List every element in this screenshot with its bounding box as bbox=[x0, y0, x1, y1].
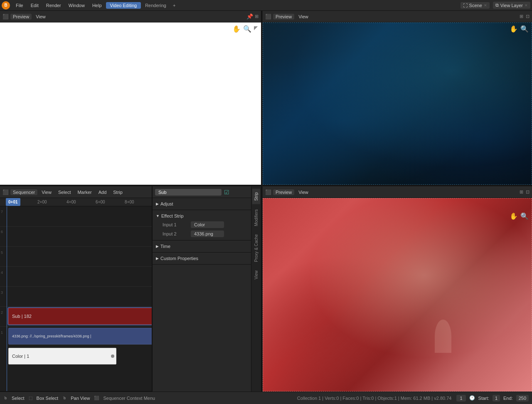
time-marker-3: 6+00 bbox=[96, 200, 105, 204]
tl-grid-icon: ⊞ bbox=[255, 14, 259, 19]
blender-logo: B bbox=[2, 1, 10, 10]
menu-render[interactable]: Render bbox=[43, 2, 64, 9]
zoom-icon[interactable]: 🔍 bbox=[243, 25, 251, 33]
workspace-video-editing[interactable]: Video Editing bbox=[106, 2, 141, 9]
side-tab-proxy[interactable]: Proxy & Cache bbox=[252, 231, 260, 265]
tr-zoom-icon[interactable]: 🔍 bbox=[520, 25, 529, 33]
end-value[interactable]: 250 bbox=[516, 395, 529, 402]
pbr-pan-icon[interactable]: ✋ bbox=[510, 212, 518, 220]
workspace-rendering[interactable]: Rendering bbox=[142, 2, 170, 9]
time-triangle: ▶ bbox=[156, 244, 159, 248]
input2-label: Input 2 bbox=[163, 231, 187, 236]
seq-view-menu[interactable]: View bbox=[39, 189, 54, 196]
context-icon: ⬛ bbox=[94, 396, 99, 400]
pbr-icon2: ⊡ bbox=[526, 189, 530, 195]
status-bar: 🖱 Select ⬚ Box Select 🖱 Pan View ⬛ Seque… bbox=[0, 392, 532, 404]
strip-img-label: 4336.png: //../spring_presskit/frames/43… bbox=[12, 334, 91, 338]
input2-row: Input 2 4336.png bbox=[153, 229, 261, 238]
pbr-preview-dropdown[interactable]: Preview bbox=[273, 189, 294, 195]
pbr-view-menu[interactable]: View bbox=[296, 189, 311, 196]
time-section-header[interactable]: ▶ Time 🔗 bbox=[153, 242, 261, 250]
end-label: End: bbox=[503, 396, 513, 401]
main-layout: ⬛ Preview View 📌 ⊞ ✋ 🔍 ◤ ⬛ Preview View … bbox=[0, 11, 532, 404]
view-layer-close-icon[interactable]: ✕ bbox=[525, 3, 528, 7]
scene-selector[interactable]: ⛶ Scene ✕ bbox=[461, 2, 490, 9]
seq-marker-menu[interactable]: Marker bbox=[75, 189, 94, 196]
collection-info: Collection 1 | Verts:0 | Faces:0 | Tris:… bbox=[297, 396, 452, 401]
preview-br-content: ✋ 🔍 bbox=[263, 198, 532, 392]
pbr-zoom-icon[interactable]: 🔍 bbox=[520, 212, 529, 220]
add-workspace-button[interactable]: + bbox=[170, 2, 178, 9]
tl-icons-right: 📌 ⊞ bbox=[246, 13, 259, 20]
reddish-scene bbox=[263, 198, 532, 392]
adjust-section-header[interactable]: ▶ Adjust bbox=[153, 200, 261, 208]
start-label: Start: bbox=[478, 396, 489, 401]
select-label[interactable]: Select bbox=[9, 395, 27, 402]
seq-select-menu[interactable]: Select bbox=[56, 189, 74, 196]
top-right-header: ⬛ Preview View ⊞ ⊡ bbox=[263, 11, 532, 22]
strip-color-dot bbox=[111, 354, 114, 358]
pan-view-label[interactable]: Pan View bbox=[68, 395, 92, 402]
view-layer-selector[interactable]: ⧉ View Layer ✕ bbox=[493, 2, 530, 9]
box-select-label[interactable]: Box Select bbox=[34, 395, 61, 402]
side-tab-strip[interactable]: Strip bbox=[252, 189, 260, 204]
custom-props-label: Custom Properties bbox=[160, 256, 198, 261]
row-5: 5 bbox=[1, 250, 3, 255]
input1-label: Input 1 bbox=[163, 222, 187, 227]
time-marker-2: 4+00 bbox=[66, 200, 76, 204]
top-right-info: ⛶ Scene ✕ ⧉ View Layer ✕ bbox=[461, 2, 530, 9]
playhead bbox=[7, 206, 7, 391]
strip-color[interactable]: Color | 1 bbox=[8, 348, 116, 364]
tl-preview-dropdown[interactable]: Preview bbox=[10, 14, 32, 20]
expand-icon[interactable]: ◤ bbox=[254, 25, 258, 33]
custom-props-triangle: ▶ bbox=[156, 256, 159, 260]
strip-name-input[interactable] bbox=[155, 189, 222, 196]
tr-icon-1: ⊞ bbox=[520, 14, 523, 19]
frame-display[interactable]: 1 bbox=[456, 395, 466, 402]
strip-sub-label: Sub | 182 bbox=[12, 314, 32, 319]
menu-help[interactable]: Help bbox=[89, 2, 105, 9]
seq-name-dropdown[interactable]: Sequencer bbox=[10, 189, 37, 195]
tr-pan-icon[interactable]: ✋ bbox=[510, 25, 518, 33]
tr-view-menu[interactable]: View bbox=[296, 13, 311, 20]
row-4: 4 bbox=[1, 270, 3, 275]
time-section: ▶ Time 🔗 bbox=[153, 240, 261, 253]
input2-value[interactable]: 4336.png bbox=[191, 231, 224, 237]
tr-preview-dropdown[interactable]: Preview bbox=[273, 14, 294, 20]
time-cursor[interactable]: 0+01 bbox=[6, 198, 20, 206]
tl-view-menu[interactable]: View bbox=[33, 13, 48, 20]
effect-strip-section: ▼ Effect Strip Input 1 Color Input 2 433… bbox=[153, 210, 261, 240]
top-left-header: ⬛ Preview View 📌 ⊞ bbox=[0, 11, 261, 22]
context-menu-label[interactable]: Sequencer Context Menu bbox=[101, 395, 158, 402]
top-left-panel-icons: ✋ 🔍 ◤ bbox=[232, 25, 258, 33]
top-left-content bbox=[0, 22, 261, 185]
row-1: 1 bbox=[1, 330, 3, 335]
side-tab-view[interactable]: View bbox=[252, 267, 260, 283]
start-value[interactable]: 1 bbox=[493, 395, 500, 402]
custom-props-header[interactable]: ▶ Custom Properties bbox=[153, 254, 261, 263]
input1-value[interactable]: Color bbox=[191, 221, 224, 228]
pan-icon[interactable]: ✋ bbox=[232, 25, 241, 33]
menu-edit[interactable]: Edit bbox=[27, 2, 42, 9]
props-header: ☑ bbox=[153, 186, 261, 198]
clock-icon: 🕐 bbox=[469, 395, 475, 401]
effect-strip-header[interactable]: ▼ Effect Strip bbox=[153, 212, 261, 220]
scene-icon: ⛶ bbox=[463, 3, 468, 8]
time-marker-4: 8+00 bbox=[125, 200, 134, 204]
menu-window[interactable]: Window bbox=[65, 2, 88, 9]
scene-close-icon[interactable]: ✕ bbox=[484, 3, 487, 7]
side-tab-modifiers[interactable]: Modifiers bbox=[252, 206, 260, 230]
preview-br-header: ⬛ Preview View ⊞ ⊡ bbox=[263, 186, 532, 198]
pan-view-icon: 🖱 bbox=[62, 396, 66, 400]
view-layer-label: View Layer bbox=[500, 3, 523, 8]
props-check-icon[interactable]: ☑ bbox=[224, 189, 229, 196]
menu-file[interactable]: File bbox=[12, 2, 27, 9]
seq-add-menu[interactable]: Add bbox=[96, 189, 109, 196]
effect-strip-label: Effect Strip bbox=[161, 213, 184, 218]
frame-controls: 1 🕐 Start: 1 End: 250 bbox=[456, 395, 529, 402]
box-select-icon: ⬚ bbox=[29, 396, 32, 400]
time-marker-1: 2+00 bbox=[37, 200, 47, 204]
effect-strip-triangle: ▼ bbox=[156, 214, 160, 218]
seq-strip-menu[interactable]: Strip bbox=[111, 189, 125, 196]
adjust-label: Adjust bbox=[160, 201, 173, 206]
